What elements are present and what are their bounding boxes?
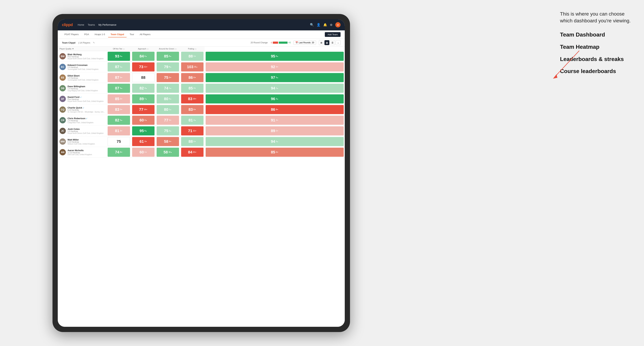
arrow-up-icon: ▲ bbox=[170, 66, 172, 68]
score-change: 3▼ bbox=[144, 141, 147, 143]
score-box: 85 3▼ bbox=[181, 84, 204, 93]
table-row[interactable]: DF David Ford ✓ Plus Handicap Royal Nort… bbox=[58, 94, 345, 104]
score-value: 83 bbox=[188, 107, 193, 112]
arrow-down-icon: ▼ bbox=[195, 151, 196, 153]
change-value: 21▼ bbox=[193, 151, 196, 153]
player-handicap: 1-5 Handicap bbox=[68, 66, 105, 68]
score-value: 87 bbox=[115, 65, 119, 69]
option-team-dashboard[interactable]: Team Dashboard bbox=[560, 31, 634, 38]
nav-links: Home Teams My Performance bbox=[78, 23, 310, 27]
score-value: 74 bbox=[115, 150, 119, 155]
score-change: 2▼ bbox=[194, 141, 196, 143]
score-cell-player_quality: 75 bbox=[106, 136, 131, 147]
list-view-button[interactable]: ☰ bbox=[330, 40, 335, 45]
download-button[interactable]: ↓ bbox=[336, 40, 340, 45]
arrow-down-icon: ▼ bbox=[121, 98, 122, 100]
change-value: 14▼ bbox=[144, 109, 148, 111]
nav-teams[interactable]: Teams bbox=[88, 23, 95, 27]
player-club: Sunningdale Golf Club, United Kingdom bbox=[68, 79, 105, 81]
player-club: St. George's Hill GC - Weybridge - Surre… bbox=[68, 111, 105, 113]
change-value: 6▼ bbox=[194, 109, 196, 111]
score-change: 3▲ bbox=[169, 98, 172, 100]
table-row[interactable]: CQ Charlie Quick ✓ 6-10 Handicap St. Geo… bbox=[58, 104, 345, 115]
score-cell-putting: 96 3▲ bbox=[204, 94, 345, 104]
score-change: 8▼ bbox=[276, 109, 278, 111]
grid-view-button[interactable]: ⊞ bbox=[319, 40, 324, 45]
player-cell: JC Josh Coles 1-5 Handicap Royal North D… bbox=[58, 126, 106, 136]
change-value: 3▼ bbox=[276, 119, 278, 121]
settings-icon[interactable]: ⊕ bbox=[330, 23, 332, 27]
score-box: 93 4▲ bbox=[108, 52, 130, 61]
heatmap-view-button[interactable]: ▦ bbox=[324, 40, 329, 45]
change-value: 3▼ bbox=[120, 109, 122, 111]
add-team-button[interactable]: Add Team bbox=[325, 32, 340, 37]
score-cell-approach: 80 1▲ bbox=[156, 104, 180, 115]
avatar[interactable]: U bbox=[335, 22, 340, 27]
score-change: 15▲ bbox=[194, 66, 198, 68]
table-row[interactable]: EE Elliot Ebert 1-5 Handicap Sunningdale… bbox=[58, 72, 345, 83]
last-rounds-button[interactable]: 📅 Last Rounds: 20 bbox=[294, 40, 316, 45]
arrow-up-icon: ▲ bbox=[121, 66, 122, 68]
change-value: 6▼ bbox=[194, 77, 196, 79]
tab-all-players[interactable]: All Players bbox=[137, 32, 153, 37]
score-change: 4▲ bbox=[120, 55, 122, 57]
score-box: 97 5▲ bbox=[206, 73, 344, 82]
col-header-putting: Putting — bbox=[180, 47, 204, 51]
score-cell-around_green: 88 1▼ bbox=[180, 51, 204, 62]
arrow-up-icon: ▲ bbox=[146, 119, 147, 121]
tab-hcaps[interactable]: Hcaps 1-5 bbox=[92, 32, 108, 37]
score-change: 3▼ bbox=[276, 66, 278, 68]
arrow-up-icon: ▲ bbox=[146, 98, 147, 100]
score-change: 3▲ bbox=[120, 119, 122, 121]
nav-home[interactable]: Home bbox=[78, 23, 84, 27]
edit-icon[interactable]: ✎ bbox=[93, 41, 95, 44]
tab-pgat-players[interactable]: PGAT Players bbox=[62, 32, 81, 37]
change-value: 1▼ bbox=[194, 55, 196, 57]
table-row[interactable]: DB Dave Billingham 1-5 Handicap Gog Mago… bbox=[58, 83, 345, 94]
arrow-up-icon: ▲ bbox=[277, 141, 278, 142]
arrow-up-icon: ▲ bbox=[170, 55, 172, 57]
player-cell: MM Matt Miller 6-10 Handicap Woburn Golf… bbox=[58, 137, 106, 146]
score-box: 84 6▲ bbox=[132, 52, 154, 61]
player-cell: EE Elliot Ebert 1-5 Handicap Sunningdale… bbox=[58, 73, 106, 82]
player-name: Edward Crossman bbox=[68, 64, 105, 66]
team-name: Team Clippd bbox=[62, 41, 76, 44]
tab-pga[interactable]: PGA bbox=[82, 32, 91, 37]
verified-icon: ✓ bbox=[80, 96, 82, 98]
score-cell-around_green: 81 4▲ bbox=[180, 115, 204, 126]
table-row[interactable]: AN Aaron Nicholls 11-15 Handicap Drift G… bbox=[58, 147, 345, 158]
change-value: 3▼ bbox=[120, 98, 122, 100]
player-avatar: CR bbox=[60, 117, 66, 123]
arrow-down-icon: ▼ bbox=[121, 77, 122, 78]
verified-icon: ✓ bbox=[83, 107, 84, 109]
change-value: 5▲ bbox=[276, 77, 278, 79]
change-value: 1▲ bbox=[120, 66, 122, 68]
search-icon[interactable]: 🔍 bbox=[310, 23, 314, 27]
score-value: 88 bbox=[188, 54, 193, 58]
change-value: 11▼ bbox=[144, 66, 148, 68]
score-cell-around_green: 83 6▼ bbox=[180, 104, 204, 115]
tab-team-clippd[interactable]: Team Clippd bbox=[108, 32, 126, 37]
score-change: 10▼ bbox=[193, 98, 196, 100]
table-row[interactable]: EC Edward Crossman 1-5 Handicap Sunningd… bbox=[58, 62, 345, 72]
score-cell-approach: 85 8▲ bbox=[156, 51, 180, 62]
col-header-approach: Approach — bbox=[131, 47, 156, 51]
score-cell-putting: 95 9▲ bbox=[204, 51, 345, 62]
player-club: Royal North Devon Golf Club, United King… bbox=[68, 58, 105, 60]
table-row[interactable]: MM Matt Miller 6-10 Handicap Woburn Golf… bbox=[58, 136, 345, 147]
player-avatar: MM bbox=[60, 138, 66, 145]
table-row[interactable]: BM Blair McHarg Plus Handicap Royal Nort… bbox=[58, 51, 345, 62]
score-value: 85 bbox=[115, 97, 119, 101]
tab-tour[interactable]: Tour bbox=[127, 32, 136, 37]
user-icon[interactable]: 👤 bbox=[316, 23, 320, 27]
bell-icon[interactable]: 🔔 bbox=[323, 23, 327, 27]
player-avatar: EE bbox=[60, 74, 66, 81]
player-avatar: AN bbox=[60, 149, 66, 155]
score-value: 85 bbox=[188, 86, 193, 91]
score-value: 77 bbox=[164, 118, 168, 123]
score-change: 2▲ bbox=[144, 119, 147, 121]
table-row[interactable]: JC Josh Coles 1-5 Handicap Royal North D… bbox=[58, 126, 345, 136]
table-row[interactable]: CR Chris Robertson ✓ 1-5 Handicap Craigm… bbox=[58, 115, 345, 126]
nav-my-performance[interactable]: My Performance bbox=[98, 23, 116, 27]
arrow-down-icon: ▼ bbox=[194, 141, 196, 142]
